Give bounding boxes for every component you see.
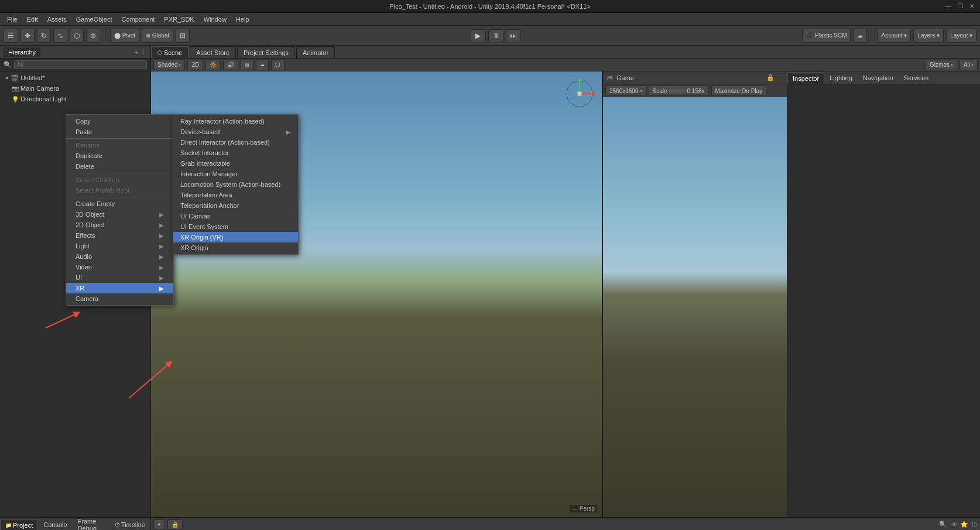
- xr-locomotion-system[interactable]: Locomotion System (Action-based): [173, 179, 298, 190]
- maximize-btn[interactable]: ❐: [957, 3, 964, 10]
- xr-direct-interactor[interactable]: Direct Interactor (Action-based): [173, 137, 298, 148]
- ctx-sep-2: [66, 173, 173, 173]
- menu-help[interactable]: Help: [231, 15, 254, 24]
- inspector-tab[interactable]: Inspector: [787, 72, 824, 84]
- cloud-btn[interactable]: ☁: [853, 29, 867, 43]
- scale-control[interactable]: Scale 0.156x: [649, 86, 709, 96]
- xr-ui-event-system[interactable]: UI Event System: [173, 221, 298, 232]
- xr-device-based[interactable]: Device-based ▶: [173, 126, 298, 137]
- pause-button[interactable]: ⏸: [488, 29, 503, 42]
- ctx-sep-1: [66, 138, 173, 139]
- ctx-paste[interactable]: Paste: [66, 126, 173, 137]
- ctx-camera[interactable]: Camera: [66, 293, 173, 304]
- tool-btn-transform[interactable]: ⊕: [86, 29, 100, 43]
- global-btn[interactable]: ⊕ Global: [142, 29, 173, 43]
- ctx-light[interactable]: Light ▶: [66, 241, 173, 251]
- xr-interaction-manager[interactable]: Interaction Manager: [173, 169, 298, 179]
- project-settings-tab[interactable]: Project Settings: [237, 46, 295, 58]
- lighting-btn[interactable]: 🔆: [205, 60, 221, 70]
- xr-teleportation-anchor[interactable]: Teleportation Anchor: [173, 200, 298, 211]
- tool-btn-rotate[interactable]: ↻: [37, 29, 51, 43]
- xr-grab-interactable[interactable]: Grab Interactable: [173, 158, 298, 169]
- project-tab[interactable]: 📁 Project: [0, 519, 38, 530]
- ctx-duplicate[interactable]: Duplicate: [66, 151, 173, 161]
- play-button[interactable]: ▶: [471, 29, 486, 42]
- xr-socket-interactor[interactable]: Socket Interactor: [173, 148, 298, 158]
- xr-teleportation-area[interactable]: Teleportation Area: [173, 190, 298, 200]
- assets-add-btn[interactable]: +: [153, 519, 165, 530]
- xr-ui-canvas[interactable]: UI Canvas: [173, 211, 298, 221]
- ctx-2d-object[interactable]: 2D Object ▶: [66, 220, 173, 230]
- game-menu-icon[interactable]: ⋮: [777, 74, 783, 81]
- hierarchy-item-directional-light[interactable]: 💡 Directional Light: [0, 94, 150, 104]
- ctx-effects[interactable]: Effects ▶: [66, 230, 173, 241]
- tool-btn-rect[interactable]: ⬡: [70, 29, 84, 43]
- grid-btn[interactable]: ⊞: [176, 29, 190, 43]
- inspector-content: [787, 84, 980, 517]
- frame-debug-tab[interactable]: Frame Debug: [73, 519, 109, 530]
- animator-tab[interactable]: Animator: [296, 46, 335, 58]
- scale-value: 0.156x: [687, 88, 705, 94]
- menu-pxr-sdk[interactable]: PXR_SDK: [159, 15, 198, 24]
- navigation-tab[interactable]: Navigation: [858, 72, 899, 84]
- menu-file[interactable]: File: [2, 15, 22, 24]
- hierarchy-item-main-camera[interactable]: 📷 Main Camera: [0, 83, 150, 94]
- pivot-btn[interactable]: ⬤ Pivot: [110, 29, 139, 43]
- ctx-audio[interactable]: Audio ▶: [66, 251, 173, 262]
- eye-icon[interactable]: 👁: [951, 521, 958, 528]
- ctx-ui[interactable]: UI ▶: [66, 272, 173, 283]
- all-btn[interactable]: All ▾: [960, 60, 978, 70]
- plastic-scm-btn[interactable]: ⬛ Plastic SCM: [802, 29, 851, 43]
- menu-edit[interactable]: Edit: [22, 15, 43, 24]
- fx-btn[interactable]: ⬡: [271, 60, 285, 70]
- star-icon[interactable]: ⭐: [960, 521, 968, 528]
- close-btn[interactable]: ✕: [968, 3, 975, 10]
- menu-component[interactable]: Component: [116, 15, 159, 24]
- effects-btn[interactable]: ▤: [241, 60, 253, 70]
- ctx-copy[interactable]: Copy: [66, 116, 173, 126]
- hierarchy-header: Hierarchy + ⋮: [0, 46, 150, 59]
- tool-btn-move[interactable]: ✥: [20, 29, 35, 43]
- ctx-delete[interactable]: Delete: [66, 161, 173, 172]
- tool-btn-scale[interactable]: ⤡: [53, 29, 67, 43]
- sky-btn[interactable]: ☁: [256, 60, 269, 70]
- hierarchy-tab[interactable]: Hierarchy: [4, 47, 40, 57]
- ctx-3d-object[interactable]: 3D Object ▶: [66, 209, 173, 220]
- xr-origin-vr[interactable]: XR Origin (VR): [173, 232, 298, 242]
- menu-gameobject[interactable]: GameObject: [71, 15, 117, 24]
- ctx-video[interactable]: Video ▶: [66, 262, 173, 272]
- menu-window[interactable]: Window: [199, 15, 231, 24]
- xr-origin[interactable]: XR Origin: [173, 242, 298, 253]
- 2d-btn[interactable]: 2D: [187, 60, 203, 70]
- services-tab[interactable]: Services: [899, 72, 934, 84]
- scene-tab[interactable]: ⬡ Scene: [151, 46, 189, 58]
- ctx-create-empty[interactable]: Create Empty: [66, 199, 173, 209]
- resolution-label: 2560x1600: [609, 88, 639, 94]
- audio-toggle-btn[interactable]: 🔊: [223, 60, 238, 70]
- bottom-panel: 📁 Project Console Frame Debug ⏱ Timeline…: [0, 517, 980, 530]
- layout-btn[interactable]: Layout ▾: [946, 29, 976, 43]
- console-tab[interactable]: Console: [38, 519, 72, 530]
- xr-ui-event-system-label: UI Event System: [180, 223, 228, 230]
- maximize-on-play-btn[interactable]: Maximize On Play: [711, 86, 767, 96]
- xr-ray-interactor[interactable]: Ray Interactor (Action-based): [173, 116, 298, 126]
- tool-btn-hand[interactable]: ☰: [4, 29, 18, 43]
- hierarchy-item-untitled[interactable]: ▼ 🎬 Untitled*: [0, 73, 150, 83]
- resolution-btn[interactable]: 2560x1600 ▾: [605, 86, 646, 96]
- minimize-btn[interactable]: —: [945, 3, 952, 10]
- hierarchy-search-input[interactable]: [14, 60, 147, 69]
- ctx-create-empty-label: Create Empty: [76, 200, 115, 207]
- hierarchy-menu-btn[interactable]: ⋮: [141, 48, 147, 56]
- layers-btn[interactable]: Layers ▾: [913, 29, 944, 43]
- shaded-btn[interactable]: Shaded ▾: [153, 60, 185, 70]
- account-btn[interactable]: Account ▾: [877, 29, 911, 43]
- gizmos-btn[interactable]: Gizmos ▾: [926, 60, 957, 70]
- assets-lock-btn[interactable]: 🔒: [167, 519, 183, 530]
- asset-store-tab[interactable]: Asset Store: [190, 46, 236, 58]
- hierarchy-add-btn[interactable]: +: [135, 49, 138, 56]
- timeline-tab[interactable]: ⏱ Timeline: [109, 519, 150, 530]
- menu-assets[interactable]: Assets: [43, 15, 71, 24]
- step-button[interactable]: ⏭: [506, 29, 521, 42]
- ctx-xr[interactable]: XR ▶: [66, 283, 173, 293]
- lighting-tab[interactable]: Lighting: [824, 72, 858, 84]
